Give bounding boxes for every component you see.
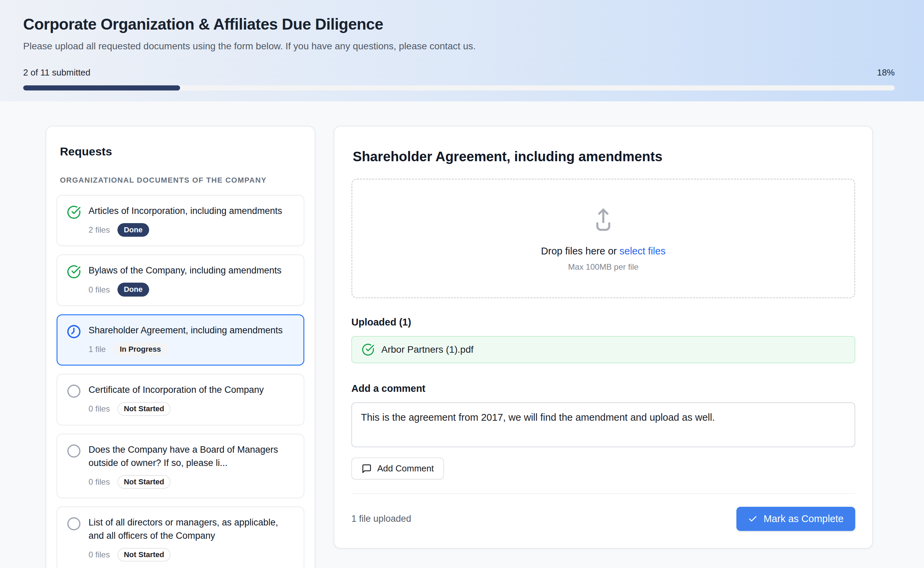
page-header: Corporate Organization & Affiliates Due … bbox=[0, 0, 924, 101]
add-comment-button[interactable]: Add Comment bbox=[351, 458, 444, 480]
page-title: Corporate Organization & Affiliates Due … bbox=[23, 15, 895, 33]
check-circle-icon bbox=[67, 264, 81, 279]
check-circle-icon bbox=[67, 205, 81, 219]
progress-count-label: 2 of 11 submitted bbox=[23, 67, 91, 78]
drop-prompt: Drop files here or bbox=[541, 246, 617, 257]
message-square-icon bbox=[362, 464, 372, 474]
request-file-count: 0 files bbox=[88, 285, 110, 295]
check-icon bbox=[748, 514, 757, 524]
upload-icon bbox=[589, 205, 618, 234]
footer-divider bbox=[351, 493, 855, 494]
status-badge: Not Started bbox=[117, 548, 171, 562]
empty-circle-icon bbox=[67, 384, 81, 398]
detail-title: Shareholder Agreement, including amendme… bbox=[353, 149, 855, 164]
status-badge: Not Started bbox=[117, 475, 171, 489]
uploaded-file-row[interactable]: Arbor Partners (1).pdf bbox=[351, 336, 855, 363]
request-item[interactable]: Does the Company have a Board of Manager… bbox=[56, 434, 304, 498]
request-file-count: 0 files bbox=[88, 477, 110, 487]
empty-circle-icon bbox=[67, 517, 81, 531]
request-title: Bylaws of the Company, including amendme… bbox=[88, 264, 282, 277]
drop-hint: Max 100MB per file bbox=[568, 262, 639, 272]
request-title: Articles of Incorporation, including ame… bbox=[88, 204, 282, 218]
page-subtitle: Please upload all requested documents us… bbox=[23, 41, 895, 52]
detail-footer: 1 file uploaded Mark as Complete bbox=[351, 507, 855, 531]
request-item[interactable]: Certificate of Incorporation of the Comp… bbox=[56, 374, 304, 425]
request-item[interactable]: Shareholder Agreement, including amendme… bbox=[56, 314, 304, 366]
request-title: List of all directors or managers, as ap… bbox=[88, 516, 294, 542]
request-item[interactable]: List of all directors or managers, as ap… bbox=[56, 506, 304, 568]
status-badge: In Progress bbox=[114, 343, 168, 356]
main-content: Requests ORGANIZATIONAL DOCUMENTS OF THE… bbox=[0, 101, 924, 568]
request-list: Articles of Incorporation, including ame… bbox=[56, 195, 304, 568]
detail-panel: Shareholder Agreement, including amendme… bbox=[334, 126, 873, 548]
progress-fill bbox=[23, 85, 180, 91]
requests-panel: Requests ORGANIZATIONAL DOCUMENTS OF THE… bbox=[45, 126, 315, 568]
empty-circle-icon bbox=[67, 444, 81, 458]
mark-complete-label: Mark as Complete bbox=[763, 513, 844, 524]
comment-input[interactable]: This is the agreement from 2017, we will… bbox=[351, 402, 855, 447]
file-dropzone[interactable]: Drop files here or select files Max 100M… bbox=[351, 178, 855, 298]
status-badge: Done bbox=[117, 282, 149, 296]
status-badge: Not Started bbox=[117, 402, 171, 415]
select-files-link[interactable]: select files bbox=[620, 246, 666, 257]
request-file-count: 1 file bbox=[88, 344, 106, 354]
uploaded-file-name: Arbor Partners (1).pdf bbox=[381, 344, 474, 355]
check-circle-icon bbox=[362, 343, 374, 356]
upload-status-text: 1 file uploaded bbox=[351, 514, 411, 524]
request-file-count: 2 files bbox=[88, 225, 110, 235]
request-title: Certificate of Incorporation of the Comp… bbox=[88, 383, 264, 397]
progress-bar bbox=[23, 85, 895, 91]
requests-heading: Requests bbox=[60, 145, 304, 158]
progress-labels: 2 of 11 submitted 18% bbox=[23, 67, 895, 78]
add-comment-label: Add Comment bbox=[377, 463, 434, 474]
status-badge: Done bbox=[117, 223, 149, 237]
request-file-count: 0 files bbox=[88, 550, 110, 559]
request-item[interactable]: Bylaws of the Company, including amendme… bbox=[56, 254, 304, 306]
mark-complete-button[interactable]: Mark as Complete bbox=[736, 507, 855, 531]
request-title: Does the Company have a Board of Manager… bbox=[88, 443, 294, 470]
request-item[interactable]: Articles of Incorporation, including ame… bbox=[56, 195, 304, 246]
uploaded-heading: Uploaded (1) bbox=[351, 317, 855, 328]
request-title: Shareholder Agreement, including amendme… bbox=[88, 324, 283, 337]
request-file-count: 0 files bbox=[88, 404, 110, 414]
requests-section-label: ORGANIZATIONAL DOCUMENTS OF THE COMPANY bbox=[60, 176, 304, 185]
comment-label: Add a comment bbox=[351, 383, 855, 394]
clock-icon bbox=[67, 325, 81, 339]
progress-percent-label: 18% bbox=[877, 67, 895, 78]
